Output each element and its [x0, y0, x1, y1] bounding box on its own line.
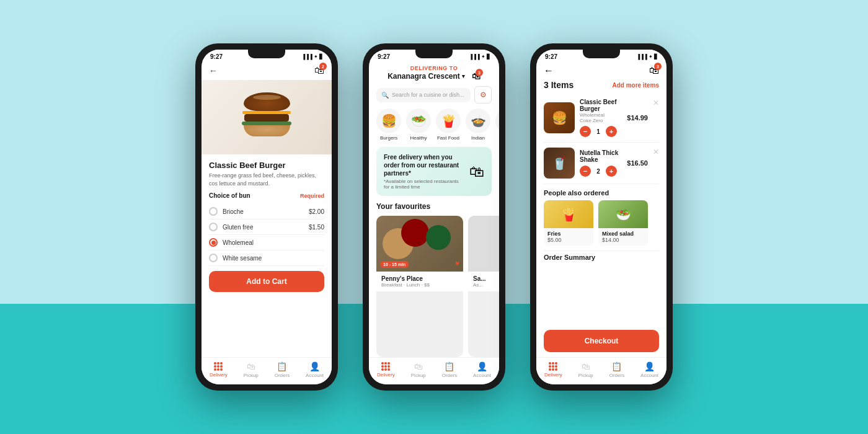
shake-qty-control: − 2 + [580, 166, 622, 177]
cart-icon-2[interactable]: 🛍3 [472, 71, 480, 81]
pizza-icon: 🍕 [495, 108, 499, 133]
notch-1 [248, 50, 285, 58]
shake-thumb: 🥤 [544, 148, 575, 179]
burger-illustration [239, 92, 294, 142]
nav-pickup-1[interactable]: 🛍 Pickup [244, 361, 259, 378]
upsell-fries[interactable]: 🍟 Fries $5.00 [544, 200, 593, 246]
option-wholemeal[interactable]: Wholemeal [209, 235, 324, 250]
pennys-time-badge: 10 - 15 min [380, 261, 409, 268]
shake-price: $16.50 [627, 159, 648, 167]
filter-button[interactable]: ⚙ [474, 86, 492, 104]
bottom-nav-1: Delivery 🛍 Pickup 📋 Orders 👤 Account [202, 357, 332, 384]
burgers-label: Burgers [380, 135, 397, 141]
required-label: Required [300, 193, 324, 199]
radio-brioche[interactable] [209, 207, 218, 216]
option-brioche[interactable]: Brioche $2.00 [209, 204, 324, 219]
nav-orders-3[interactable]: 📋 Orders [609, 361, 624, 378]
location-selector[interactable]: Kananagra Crescent ▾ 🛍3 [376, 71, 492, 81]
category-fast-food[interactable]: 🍟 Fast Food [436, 108, 461, 141]
healthy-label: Healthy [410, 135, 427, 141]
nav-orders-2[interactable]: 📋 Orders [442, 361, 457, 378]
cart-badge-2: 3 [476, 69, 483, 76]
burger-remove-icon[interactable]: ✕ [653, 99, 659, 107]
pickup-icon-3: 🛍 [582, 361, 590, 371]
option-gluten-free[interactable]: Gluten free $1.50 [209, 219, 324, 235]
account-icon-1: 👤 [309, 361, 320, 371]
radio-wholemeal[interactable] [209, 238, 218, 247]
burgers-icon: 🍔 [376, 108, 401, 133]
notch-2 [415, 50, 453, 58]
cart-badge-1: 2 [319, 63, 327, 70]
delivery-icon-3 [549, 362, 557, 371]
nav-delivery-3[interactable]: Delivery [544, 362, 562, 378]
nav-delivery-1[interactable]: Delivery [210, 362, 228, 378]
option-name-wholemeal: Wholemeal [223, 239, 254, 246]
category-indian[interactable]: 🍲 Indian [466, 108, 490, 141]
radio-gluten-free[interactable] [209, 223, 218, 231]
option-name-gluten-free: Gluten free [223, 224, 253, 231]
cart-button[interactable]: 🛍 2 [314, 65, 324, 76]
indian-icon: 🍲 [466, 108, 490, 133]
category-pizza[interactable]: 🍕 Pizza [495, 108, 499, 141]
category-burgers[interactable]: 🍔 Burgers [376, 108, 401, 141]
cart-item-shake: 🥤 Nutella Thick Shake − 2 + $16.50 ✕ [544, 143, 659, 184]
back-button-3[interactable]: ← [544, 65, 554, 76]
cart-icon-3[interactable]: 🛍 3 [649, 65, 659, 76]
p1-header: ← 🛍 2 [202, 61, 332, 80]
category-healthy[interactable]: 🥗 Healthy [406, 108, 431, 141]
status-icons-1: ▐▐▐ ✦ ▊ [302, 54, 323, 60]
promo-banner: Free delivery when you order from our re… [376, 147, 492, 196]
burger-details: Classic Beef Burger WholemealCoke Zero −… [580, 99, 622, 137]
nav-delivery-2[interactable]: Delivery [377, 362, 395, 378]
search-box[interactable]: 🔍 Search for a cuisine or dish... [376, 88, 471, 102]
nav-account-1[interactable]: 👤 Account [306, 361, 324, 378]
order-summary-title: Order Summary [544, 250, 659, 264]
cart-title-row: 3 Items Add more items [536, 80, 666, 94]
restaurant-pennys[interactable]: 10 - 15 min ♥ Penny's Place Breakfast · … [376, 216, 463, 357]
add-to-cart-button[interactable]: Add to Cart [209, 271, 324, 292]
burger-qty-minus[interactable]: − [580, 126, 591, 137]
bottom-nav-2: Delivery 🛍 Pickup 📋 Orders 👤 Account [369, 357, 499, 384]
fries-price: $5.00 [547, 237, 590, 243]
choice-label: Choice of bun [209, 192, 250, 199]
option-white-sesame[interactable]: White sesame [209, 250, 324, 266]
fast-food-icon: 🍟 [436, 108, 461, 133]
chevron-down-icon: ▾ [462, 73, 465, 79]
pennys-heart-icon[interactable]: ♥ [455, 259, 459, 268]
radio-white-sesame[interactable] [209, 254, 218, 262]
second-type: As... [473, 282, 499, 288]
restaurant-second[interactable]: Sa... As... [468, 216, 499, 357]
account-icon-3: 👤 [644, 361, 655, 371]
upsell-salad[interactable]: 🥗 Mixed salad $14.00 [598, 200, 648, 246]
choice-header: Choice of bun Required [209, 192, 324, 199]
nav-pickup-3[interactable]: 🛍 Pickup [578, 361, 593, 378]
restaurants-row: 10 - 15 min ♥ Penny's Place Breakfast · … [369, 216, 499, 357]
p2-header: DELIVERING TO Kananagra Crescent ▾ 🛍3 [369, 61, 499, 86]
pennys-type: Breakfast · Lunch · $$ [381, 282, 458, 288]
shake-qty-plus[interactable]: + [606, 166, 617, 177]
nav-orders-1[interactable]: 📋 Orders [275, 361, 290, 378]
cart-item-burger: 🍔 Classic Beef Burger WholemealCoke Zero… [544, 94, 659, 143]
search-placeholder: Search for a cuisine or dish... [392, 92, 464, 98]
categories-row: 🍔 Burgers 🥗 Healthy 🍟 Fast Food 🍲 Indian… [369, 108, 499, 147]
option-name-brioche: Brioche [223, 208, 244, 215]
salad-name: Mixed salad [602, 231, 644, 237]
indian-label: Indian [471, 135, 485, 141]
orders-icon-1: 📋 [277, 361, 287, 371]
nav-label-pickup-2: Pickup [411, 373, 426, 378]
add-more-button[interactable]: Add more items [612, 82, 659, 89]
checkout-button[interactable]: Checkout [544, 330, 659, 352]
shake-qty-minus[interactable]: − [580, 166, 591, 177]
nav-label-account-3: Account [640, 373, 658, 378]
notch-3 [583, 50, 620, 58]
nav-pickup-2[interactable]: 🛍 Pickup [411, 361, 426, 378]
burger-qty-plus[interactable]: + [606, 126, 617, 137]
fast-food-label: Fast Food [437, 135, 459, 141]
burger-qty-num: 1 [594, 128, 603, 135]
nav-account-3[interactable]: 👤 Account [640, 361, 658, 378]
shake-remove-icon[interactable]: ✕ [653, 148, 659, 156]
nav-account-2[interactable]: 👤 Account [473, 361, 491, 378]
bottom-nav-3: Delivery 🛍 Pickup 📋 Orders 👤 Account [536, 357, 666, 384]
option-name-white-sesame: White sesame [223, 255, 262, 262]
back-button[interactable]: ← [209, 66, 218, 76]
